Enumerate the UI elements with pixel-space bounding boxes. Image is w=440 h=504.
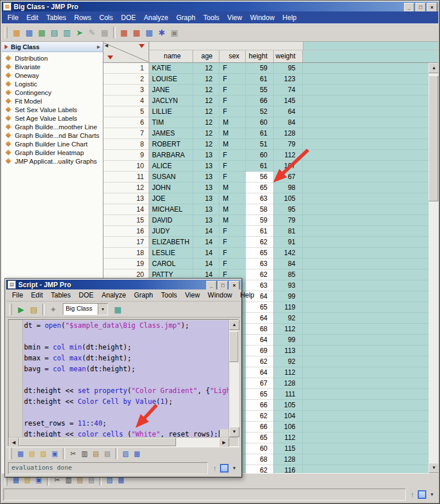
row-number-cell[interactable]: 2 <box>103 74 149 85</box>
age-cell[interactable]: 14 <box>193 226 219 237</box>
line-text[interactable] <box>22 375 229 386</box>
height-cell[interactable]: 61 <box>246 161 274 172</box>
menu-edit[interactable]: Edit <box>22 13 42 23</box>
script-menu-edit[interactable]: Edit <box>27 290 47 300</box>
row-number-cell[interactable]: 17 <box>103 237 149 248</box>
weight-cell[interactable]: 112 <box>274 324 303 335</box>
doe-icon[interactable]: ✱ <box>155 26 168 39</box>
menu-tools[interactable]: Tools <box>199 13 223 23</box>
weight-cell[interactable]: 106 <box>274 422 303 432</box>
height-cell[interactable]: 56 <box>246 172 274 182</box>
age-cell[interactable]: 12 <box>193 106 219 117</box>
weight-cell[interactable]: 142 <box>274 248 303 259</box>
weight-cell[interactable]: 79 <box>274 139 303 150</box>
line-text[interactable]: bavg = col mean(dt:height); <box>22 364 229 375</box>
row-number-cell[interactable]: 3 <box>103 85 149 96</box>
sex-cell[interactable]: F <box>219 85 246 96</box>
row-number-cell[interactable]: 8 <box>103 139 149 150</box>
minimize-button[interactable]: _ <box>404 3 414 12</box>
scroll-track[interactable] <box>229 330 238 427</box>
close-button[interactable]: × <box>229 281 239 290</box>
name-cell[interactable]: DAVID <box>149 215 193 226</box>
age-cell[interactable]: 12 <box>193 85 219 96</box>
script-menu-doe[interactable]: DOE <box>75 290 98 300</box>
age-cell[interactable]: 13 <box>193 204 219 215</box>
minimize-button[interactable]: _ <box>206 281 217 290</box>
height-cell[interactable]: 64 <box>246 335 274 346</box>
height-cell[interactable]: 51 <box>246 139 274 150</box>
height-cell[interactable]: 66 <box>246 422 274 432</box>
weight-cell[interactable]: 128 <box>274 454 303 465</box>
height-cell[interactable]: 55 <box>246 85 274 96</box>
age-cell[interactable]: 13 <box>193 161 219 172</box>
sex-cell[interactable]: F <box>219 259 246 269</box>
copy-icon[interactable]: ▥ <box>79 449 90 459</box>
columns-menu-icon[interactable] <box>139 44 145 48</box>
toolbar-grip[interactable] <box>5 27 7 38</box>
chevron-right-icon[interactable]: ▸ <box>97 43 100 50</box>
name-cell[interactable]: KATIE <box>149 63 193 74</box>
red-triangle-icon[interactable] <box>5 45 8 49</box>
height-cell[interactable]: 62 <box>246 465 274 473</box>
sidebar-item[interactable]: JMP Applicat...uality Graphs <box>2 157 103 165</box>
scroll-right-button[interactable]: ▶ <box>219 438 229 447</box>
table-vertical-scrollbar[interactable]: ▲ ▼ <box>429 63 438 473</box>
name-cell[interactable]: JOE <box>149 193 193 204</box>
line-text[interactable]: dt:height << set property("Color Gradien… <box>22 386 229 396</box>
save-icon[interactable]: ▣ <box>49 449 61 459</box>
script-menu-graph[interactable]: Graph <box>130 290 157 300</box>
age-cell[interactable]: 13 <box>193 182 219 193</box>
sex-cell[interactable]: M <box>219 128 246 139</box>
menu-graph[interactable]: Graph <box>172 13 199 23</box>
scroll-left-button[interactable]: ◀ <box>9 438 19 447</box>
row-number-cell[interactable]: 18 <box>103 248 149 259</box>
weight-cell[interactable]: 119 <box>274 302 303 313</box>
sidebar-item[interactable]: Bivariate <box>2 62 103 71</box>
editor-horizontal-scrollbar[interactable]: ◀ ▶ <box>9 437 238 446</box>
sex-cell[interactable]: F <box>219 172 246 182</box>
script-menu-analyze[interactable]: Analyze <box>98 290 130 300</box>
row-number-cell[interactable]: 16 <box>103 226 149 237</box>
weight-cell[interactable]: 112 <box>274 367 303 378</box>
scroll-thumb[interactable] <box>19 438 176 446</box>
height-cell[interactable]: 65 <box>246 248 274 259</box>
sex-cell[interactable]: F <box>219 63 246 74</box>
name-cell[interactable]: MICHAEL <box>149 204 193 215</box>
scroll-up-button[interactable]: ▲ <box>229 320 239 330</box>
weight-cell[interactable]: 81 <box>274 226 303 237</box>
menu-view[interactable]: View <box>223 13 246 23</box>
grid-corner-cell[interactable]: ◀ <box>103 42 149 63</box>
age-cell[interactable]: 13 <box>193 193 219 204</box>
column-header-age[interactable]: age <box>193 50 219 63</box>
line-text[interactable]: bmin = col min(dt:height); <box>22 342 229 353</box>
height-cell[interactable]: 52 <box>246 106 274 117</box>
sidebar-item[interactable]: Distribution <box>2 54 103 62</box>
age-cell[interactable]: 14 <box>193 237 219 248</box>
edit-table-icon[interactable]: ▦ <box>15 449 26 459</box>
new-data-table-icon[interactable]: ▦ <box>10 26 23 39</box>
line-text[interactable]: dt:height << Color Cell by Value(1); <box>22 396 229 407</box>
weight-cell[interactable]: 64 <box>274 106 303 117</box>
toolbar-grip[interactable] <box>9 304 12 315</box>
column-header-name[interactable]: name <box>149 50 193 63</box>
scroll-down-button[interactable]: ▼ <box>429 463 438 473</box>
new-icon[interactable]: ▤ <box>26 449 38 459</box>
sex-cell[interactable]: M <box>219 215 246 226</box>
sex-cell[interactable]: M <box>219 193 246 204</box>
line-text[interactable]: dt:height << color cells ("White", reset… <box>22 429 220 437</box>
age-cell[interactable]: 13 <box>193 150 219 161</box>
row-number-cell[interactable]: 15 <box>103 215 149 226</box>
weight-cell[interactable]: 84 <box>274 259 303 269</box>
sex-cell[interactable]: F <box>219 150 246 161</box>
weight-cell[interactable]: 99 <box>274 335 303 346</box>
row-number-cell[interactable]: 6 <box>103 117 149 128</box>
sex-cell[interactable]: F <box>219 248 246 259</box>
line-text[interactable]: dt = open("$sample_data\Big Class.jmp"); <box>22 320 229 331</box>
weight-cell[interactable]: 116 <box>274 465 303 473</box>
window-mode-icon[interactable] <box>418 490 426 499</box>
height-cell[interactable]: 63 <box>246 259 274 269</box>
age-cell[interactable]: 12 <box>193 139 219 150</box>
scroll-to-top-icon[interactable]: ↑ <box>411 491 415 498</box>
weight-cell[interactable]: 95 <box>274 204 303 215</box>
height-cell[interactable]: 66 <box>246 400 274 411</box>
